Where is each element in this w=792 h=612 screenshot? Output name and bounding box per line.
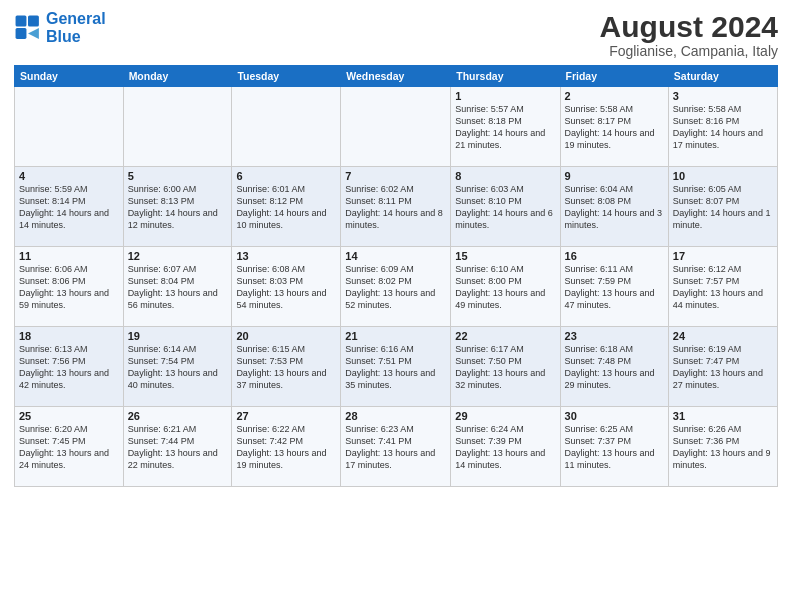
day-info: Sunrise: 6:12 AM Sunset: 7:57 PM Dayligh… [673,263,773,312]
day-number: 18 [19,330,119,342]
day-info: Sunrise: 6:20 AM Sunset: 7:45 PM Dayligh… [19,423,119,472]
day-info: Sunrise: 6:17 AM Sunset: 7:50 PM Dayligh… [455,343,555,392]
day-cell: 5Sunrise: 6:00 AM Sunset: 8:13 PM Daylig… [123,167,232,247]
day-cell: 4Sunrise: 5:59 AM Sunset: 8:14 PM Daylig… [15,167,124,247]
logo-blue: Blue [46,28,81,45]
day-cell: 11Sunrise: 6:06 AM Sunset: 8:06 PM Dayli… [15,247,124,327]
day-cell: 8Sunrise: 6:03 AM Sunset: 8:10 PM Daylig… [451,167,560,247]
day-number: 28 [345,410,446,422]
day-number: 9 [565,170,664,182]
day-number: 24 [673,330,773,342]
day-number: 26 [128,410,228,422]
day-number: 1 [455,90,555,102]
day-info: Sunrise: 5:57 AM Sunset: 8:18 PM Dayligh… [455,103,555,152]
logo-general: General [46,10,106,27]
day-cell: 1Sunrise: 5:57 AM Sunset: 8:18 PM Daylig… [451,87,560,167]
subtitle: Foglianise, Campania, Italy [600,43,778,59]
week-row-1: 1Sunrise: 5:57 AM Sunset: 8:18 PM Daylig… [15,87,778,167]
day-info: Sunrise: 6:10 AM Sunset: 8:00 PM Dayligh… [455,263,555,312]
day-cell: 15Sunrise: 6:10 AM Sunset: 8:00 PM Dayli… [451,247,560,327]
page: General Blue August 2024 Foglianise, Cam… [0,0,792,612]
day-info: Sunrise: 6:22 AM Sunset: 7:42 PM Dayligh… [236,423,336,472]
day-number: 6 [236,170,336,182]
day-info: Sunrise: 5:58 AM Sunset: 8:16 PM Dayligh… [673,103,773,152]
day-cell: 7Sunrise: 6:02 AM Sunset: 8:11 PM Daylig… [341,167,451,247]
day-info: Sunrise: 6:23 AM Sunset: 7:41 PM Dayligh… [345,423,446,472]
day-number: 21 [345,330,446,342]
day-cell: 24Sunrise: 6:19 AM Sunset: 7:47 PM Dayli… [668,327,777,407]
calendar-table: SundayMondayTuesdayWednesdayThursdayFrid… [14,65,778,487]
day-number: 19 [128,330,228,342]
week-row-5: 25Sunrise: 6:20 AM Sunset: 7:45 PM Dayli… [15,407,778,487]
day-number: 2 [565,90,664,102]
day-number: 15 [455,250,555,262]
weekday-tuesday: Tuesday [232,66,341,87]
day-cell: 10Sunrise: 6:05 AM Sunset: 8:07 PM Dayli… [668,167,777,247]
day-cell [15,87,124,167]
day-number: 20 [236,330,336,342]
day-info: Sunrise: 6:11 AM Sunset: 7:59 PM Dayligh… [565,263,664,312]
svg-rect-1 [28,15,39,26]
day-info: Sunrise: 6:00 AM Sunset: 8:13 PM Dayligh… [128,183,228,232]
day-cell: 31Sunrise: 6:26 AM Sunset: 7:36 PM Dayli… [668,407,777,487]
day-cell: 3Sunrise: 5:58 AM Sunset: 8:16 PM Daylig… [668,87,777,167]
day-cell: 22Sunrise: 6:17 AM Sunset: 7:50 PM Dayli… [451,327,560,407]
day-number: 30 [565,410,664,422]
day-info: Sunrise: 6:24 AM Sunset: 7:39 PM Dayligh… [455,423,555,472]
day-info: Sunrise: 6:21 AM Sunset: 7:44 PM Dayligh… [128,423,228,472]
day-number: 23 [565,330,664,342]
week-row-4: 18Sunrise: 6:13 AM Sunset: 7:56 PM Dayli… [15,327,778,407]
day-cell: 19Sunrise: 6:14 AM Sunset: 7:54 PM Dayli… [123,327,232,407]
svg-rect-2 [16,28,27,39]
weekday-friday: Friday [560,66,668,87]
day-number: 22 [455,330,555,342]
weekday-header-row: SundayMondayTuesdayWednesdayThursdayFrid… [15,66,778,87]
svg-marker-3 [28,28,39,39]
calendar-header: SundayMondayTuesdayWednesdayThursdayFrid… [15,66,778,87]
day-cell: 20Sunrise: 6:15 AM Sunset: 7:53 PM Dayli… [232,327,341,407]
day-cell: 21Sunrise: 6:16 AM Sunset: 7:51 PM Dayli… [341,327,451,407]
day-cell: 6Sunrise: 6:01 AM Sunset: 8:12 PM Daylig… [232,167,341,247]
day-info: Sunrise: 6:09 AM Sunset: 8:02 PM Dayligh… [345,263,446,312]
day-number: 4 [19,170,119,182]
day-info: Sunrise: 6:13 AM Sunset: 7:56 PM Dayligh… [19,343,119,392]
day-cell: 27Sunrise: 6:22 AM Sunset: 7:42 PM Dayli… [232,407,341,487]
logo: General Blue [14,10,106,45]
day-info: Sunrise: 6:03 AM Sunset: 8:10 PM Dayligh… [455,183,555,232]
day-info: Sunrise: 6:16 AM Sunset: 7:51 PM Dayligh… [345,343,446,392]
day-info: Sunrise: 6:02 AM Sunset: 8:11 PM Dayligh… [345,183,446,232]
day-info: Sunrise: 6:14 AM Sunset: 7:54 PM Dayligh… [128,343,228,392]
weekday-wednesday: Wednesday [341,66,451,87]
day-number: 8 [455,170,555,182]
day-cell [341,87,451,167]
day-info: Sunrise: 6:19 AM Sunset: 7:47 PM Dayligh… [673,343,773,392]
day-cell: 14Sunrise: 6:09 AM Sunset: 8:02 PM Dayli… [341,247,451,327]
weekday-saturday: Saturday [668,66,777,87]
day-info: Sunrise: 6:08 AM Sunset: 8:03 PM Dayligh… [236,263,336,312]
day-number: 25 [19,410,119,422]
day-number: 17 [673,250,773,262]
weekday-monday: Monday [123,66,232,87]
main-title: August 2024 [600,10,778,43]
day-cell: 9Sunrise: 6:04 AM Sunset: 8:08 PM Daylig… [560,167,668,247]
calendar-body: 1Sunrise: 5:57 AM Sunset: 8:18 PM Daylig… [15,87,778,487]
day-info: Sunrise: 5:58 AM Sunset: 8:17 PM Dayligh… [565,103,664,152]
day-cell: 28Sunrise: 6:23 AM Sunset: 7:41 PM Dayli… [341,407,451,487]
day-cell [123,87,232,167]
day-info: Sunrise: 6:07 AM Sunset: 8:04 PM Dayligh… [128,263,228,312]
day-cell: 26Sunrise: 6:21 AM Sunset: 7:44 PM Dayli… [123,407,232,487]
day-info: Sunrise: 6:18 AM Sunset: 7:48 PM Dayligh… [565,343,664,392]
day-cell: 17Sunrise: 6:12 AM Sunset: 7:57 PM Dayli… [668,247,777,327]
day-number: 27 [236,410,336,422]
day-number: 16 [565,250,664,262]
day-info: Sunrise: 5:59 AM Sunset: 8:14 PM Dayligh… [19,183,119,232]
week-row-3: 11Sunrise: 6:06 AM Sunset: 8:06 PM Dayli… [15,247,778,327]
day-info: Sunrise: 6:15 AM Sunset: 7:53 PM Dayligh… [236,343,336,392]
day-number: 13 [236,250,336,262]
day-number: 3 [673,90,773,102]
day-cell: 23Sunrise: 6:18 AM Sunset: 7:48 PM Dayli… [560,327,668,407]
title-block: August 2024 Foglianise, Campania, Italy [600,10,778,59]
day-number: 7 [345,170,446,182]
weekday-sunday: Sunday [15,66,124,87]
day-cell: 16Sunrise: 6:11 AM Sunset: 7:59 PM Dayli… [560,247,668,327]
